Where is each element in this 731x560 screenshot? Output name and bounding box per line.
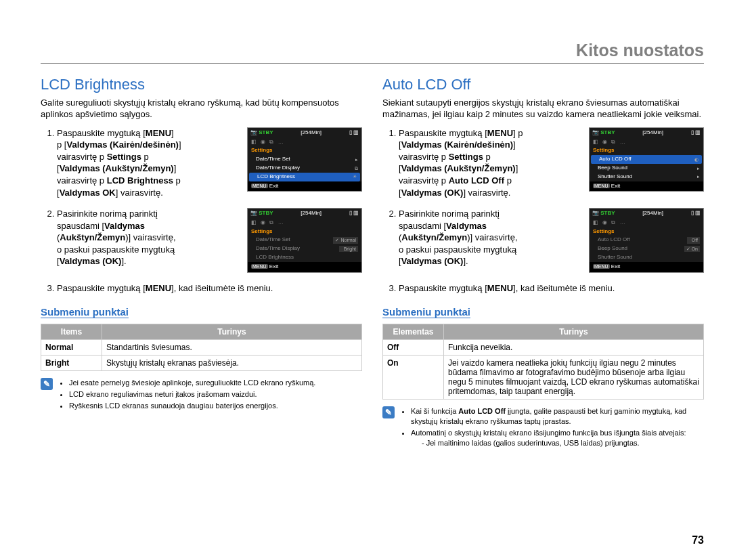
submenu-heading-lcd: Submeniu punktai	[41, 306, 129, 318]
screenshot-lcd-1: 📷 STBY[254Min]▯ ▥ ◧ ◉ ⧉ … Settings Date/…	[247, 127, 362, 192]
auto-lcd-intro: Siekiant sutaupyti energijos skystųjų kr…	[382, 98, 704, 121]
auto-notes: ✎ Kai ši funkcija Auto LCD Off įjungta, …	[382, 406, 704, 449]
note-icon: ✎	[382, 406, 395, 418]
note-icon: ✎	[41, 378, 53, 390]
screenshot-auto-2: 📷 STBY[254Min]▯ ▥ ◧ ◉ ⧉ … Settings Auto …	[589, 208, 704, 273]
step-3-auto: Paspauskite mygtuką [MENU], kad išeitumė…	[399, 282, 704, 295]
lcd-notes: ✎ Jei esate pernelyg šviesioje aplinkoje…	[41, 378, 362, 412]
auto-lcd-title: Auto LCD Off	[382, 76, 704, 93]
step-2-auto: Pasirinkite norimą parinktį spausdami [V…	[399, 208, 583, 267]
page-header: Kitos nuostatos	[41, 41, 704, 64]
lcd-brightness-intro: Galite sureguliuoti skystųjų kristalų ek…	[41, 98, 362, 121]
submenu-heading-auto: Submeniu punktai	[382, 306, 470, 318]
right-column: Auto LCD Off Siekiant sutaupyti energijo…	[382, 76, 704, 450]
screenshot-auto-1: 📷 STBY[254Min]▯ ▥ ◧ ◉ ⧉ … Settings Auto …	[589, 127, 704, 192]
step-1-auto: Paspauskite mygtuką [MENU] p [Valdymas (…	[399, 127, 583, 198]
auto-table: ElementasTurinys OffFunkcija neveikia. O…	[382, 324, 704, 400]
screenshot-lcd-2: 📷 STBY[254Min]▯ ▥ ◧ ◉ ⧉ … Settings Date/…	[247, 208, 362, 273]
left-column: LCD Brightness Galite sureguliuoti skyst…	[41, 76, 362, 450]
step-2-lcd: Pasirinkite norimą parinktį spausdami [V…	[57, 208, 242, 267]
step-1-lcd: Paspauskite mygtuką [MENU] p [Valdymas (…	[57, 127, 242, 198]
lcd-table: ItemsTurinys NormalStandartinis šviesuma…	[41, 324, 362, 371]
lcd-brightness-title: LCD Brightness	[41, 76, 362, 93]
step-3-lcd: Paspauskite mygtuką [MENU], kad išeitumė…	[57, 282, 362, 295]
page-number: 73	[692, 534, 704, 546]
